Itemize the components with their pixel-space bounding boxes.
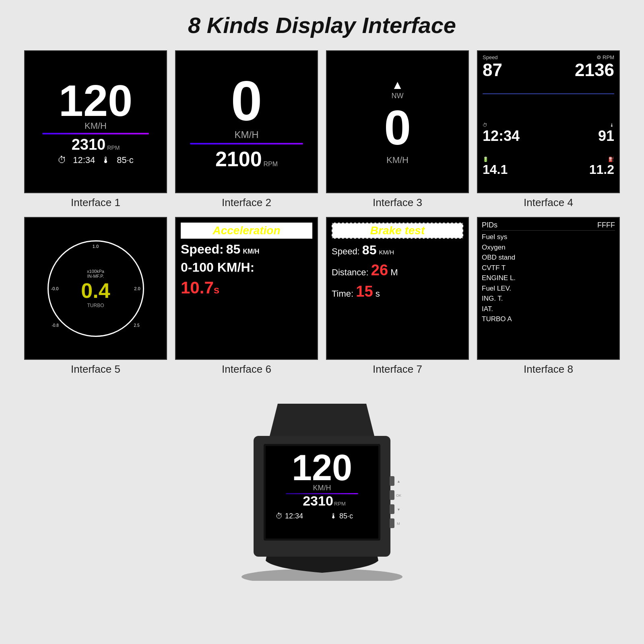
interface-4-label: Interface 4 — [524, 196, 573, 209]
interface-3-label: Interface 3 — [373, 196, 422, 209]
interface-3-screen: ▲ NW 0 KM/H — [326, 50, 469, 193]
if7-dist-row: Distance: 26 M — [332, 262, 463, 279]
if1-temp-icon: 🌡 — [101, 155, 110, 165]
if8-iat: IAT. — [482, 304, 615, 314]
if8-ing: ING. T. — [482, 293, 615, 304]
device-top — [270, 404, 374, 436]
interface-7-screen: Brake test Speed: 85 KM/H Distance: 26 M… — [326, 217, 469, 360]
if8-turbo: TURBO A — [482, 314, 615, 324]
if5-gauge: x100kPaIN-MF.P. 0.4 TURBO 1.0 2.0 -0.0 -… — [47, 240, 144, 337]
device-btn-m-label: M — [397, 522, 400, 526]
if4-time: 12:34 — [483, 128, 548, 144]
if8-fuel-lev: Fuel LEV. — [482, 283, 615, 294]
if7-time-label: Time: — [332, 289, 353, 299]
if2-speed: 0 — [231, 73, 262, 129]
if1-clock-icon: ⏱ — [58, 155, 66, 165]
if2-rpm-unit: RPM — [264, 161, 278, 168]
interface-7-label: Interface 7 — [373, 363, 422, 376]
interface-7-item: Brake test Speed: 85 KM/H Distance: 26 M… — [326, 217, 469, 376]
interface-6-label: Interface 6 — [222, 363, 271, 376]
if6-time-val: 10.7 — [181, 278, 214, 297]
interface-3-item: ▲ NW 0 KM/H Interface 3 — [326, 50, 469, 209]
device-wrapper: 120 KM/H 2310 RPM ⏱ 12:34 🌡 85·c ▲ OK — [205, 388, 439, 581]
interface-5-screen: x100kPaIN-MF.P. 0.4 TURBO 1.0 2.0 -0.0 -… — [24, 217, 167, 360]
if7-dist-val: 26 — [371, 262, 388, 279]
if8-header: PIDs FFFF — [482, 221, 615, 231]
device-btn-m — [390, 518, 394, 528]
if6-speed-num: 85 — [226, 242, 241, 256]
if4-rpm-icon: ⚙ RPM — [597, 54, 615, 60]
if3-direction: NW — [392, 92, 404, 100]
if7-speed-val: 85 — [362, 243, 377, 257]
interface-2-item: 0 KM/H 2100 RPM Interface 2 — [175, 50, 318, 209]
if4-clock-row: ⏱ — [483, 122, 548, 128]
if6-range-row: 0-100 KM/H: — [181, 260, 312, 275]
if7-dist-unit: M — [390, 267, 398, 277]
if4-battery-row: 🔋 — [483, 157, 548, 162]
if6-title: Acceleration — [181, 223, 312, 239]
if6-speed-row: Speed: 85 KM/H — [181, 242, 312, 257]
if6-time: 10.7s — [181, 278, 312, 297]
if4-temp: 91 — [598, 128, 614, 144]
device-rpm-text: 2310 — [303, 493, 333, 508]
if8-cvtf: CVTF T — [482, 263, 615, 273]
if7-time-unit: s — [376, 289, 380, 299]
if7-time-val: 15 — [356, 283, 373, 300]
interface-1-item: 120 KM/H 2310 RPM ⏱ 12:34 🌡 85·c Interfa… — [24, 50, 167, 209]
interface-2-screen: 0 KM/H 2100 RPM — [175, 50, 318, 193]
interface-5-label: Interface 5 — [71, 363, 120, 376]
if3-compass: ▲ NW — [392, 78, 404, 100]
device-btn-up — [390, 476, 394, 486]
if2-rpm: 2100 — [215, 147, 262, 171]
if6-time-unit: s — [214, 284, 219, 296]
if1-temp: 85·c — [117, 155, 134, 165]
if2-rpm-bar — [190, 143, 303, 144]
device-speed-unit-text: KM/H — [313, 484, 331, 492]
if4-rpm: 2136 — [575, 60, 614, 80]
if4-speed-label: Speed — [483, 54, 548, 60]
interface-4-item: Speed 87 ⚙ RPM 2136 ⏱ 12:34 🌡 91 🔋 14.1 — [477, 50, 620, 209]
if7-dist-label: Distance: — [332, 267, 369, 277]
if5-center: x100kPaIN-MF.P. 0.4 TURBO — [81, 269, 110, 308]
if6-range-label: 0-100 KM/H: — [181, 260, 254, 275]
interfaces-grid-bottom: x100kPaIN-MF.P. 0.4 TURBO 1.0 2.0 -0.0 -… — [24, 217, 620, 376]
interface-1-label: Interface 1 — [71, 196, 120, 209]
device-btn-up-label: ▲ — [397, 479, 400, 483]
interfaces-grid-top: 120 KM/H 2310 RPM ⏱ 12:34 🌡 85·c Interfa… — [24, 50, 620, 209]
if6-speed-unit: KM/H — [243, 248, 260, 255]
if8-engine: ENGINE L. — [482, 273, 615, 283]
if7-title: Brake test — [332, 223, 463, 239]
if4-fuel: 11.2 — [589, 162, 614, 177]
interface-8-screen: PIDs FFFF Fuel sys Oxygen OBD stand CVTF… — [477, 217, 620, 360]
interface-1-screen: 120 KM/H 2310 RPM ⏱ 12:34 🌡 85·c — [24, 50, 167, 193]
page-title: 8 Kinds Display Interface — [188, 12, 456, 38]
if1-rpm: 2310 — [72, 136, 106, 153]
if4-fuel-row: ⛽ — [608, 157, 614, 162]
device-rpm-unit-text: RPM — [334, 501, 346, 507]
interface-4-screen: Speed 87 ⚙ RPM 2136 ⏱ 12:34 🌡 91 🔋 14.1 — [477, 50, 620, 193]
if1-rpm-bar — [42, 133, 149, 134]
device-svg: 120 KM/H 2310 RPM ⏱ 12:34 🌡 85·c ▲ OK — [205, 388, 439, 581]
device-temp-text: 🌡 85·c — [330, 512, 353, 520]
interface-5-item: x100kPaIN-MF.P. 0.4 TURBO 1.0 2.0 -0.0 -… — [24, 217, 167, 376]
device-speed-text: 120 — [292, 448, 352, 488]
interface-6-screen: Acceleration Speed: 85 KM/H 0-100 KM/H: … — [175, 217, 318, 360]
if7-speed-label: Speed: — [332, 246, 360, 256]
device-btn-ok-label: OK — [396, 493, 401, 497]
if1-speed-unit: KM/H — [85, 121, 107, 131]
if4-sep1 — [483, 93, 614, 94]
if1-rpm-unit: RPM — [107, 144, 120, 151]
if4-speed: 87 — [483, 60, 548, 80]
if1-bottom: ⏱ 12:34 🌡 85·c — [58, 155, 134, 165]
if8-obd-stand: OBD stand — [482, 252, 615, 263]
if7-speed-row: Speed: 85 KM/H — [332, 243, 463, 258]
interface-2-label: Interface 2 — [222, 196, 271, 209]
if8-header-left: PIDs — [482, 221, 497, 229]
if7-speed-unit: KM/H — [379, 249, 394, 256]
if4-temp-row: 🌡 — [609, 122, 614, 128]
interface-8-item: PIDs FFFF Fuel sys Oxygen OBD stand CVTF… — [477, 217, 620, 376]
if3-speed-unit: KM/H — [386, 155, 409, 165]
if2-speed-unit: KM/H — [235, 129, 259, 140]
device-btn-down — [390, 504, 394, 514]
if8-header-right: FFFF — [597, 221, 615, 229]
